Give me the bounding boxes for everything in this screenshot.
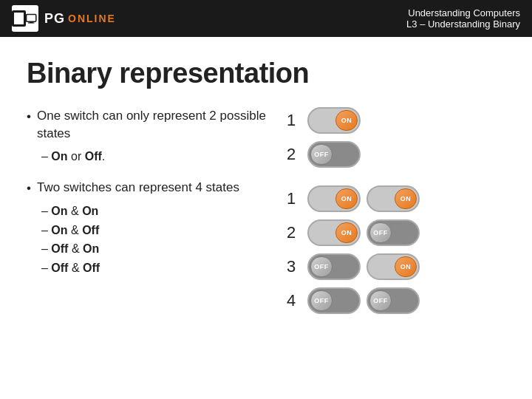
header-title-area: Understanding Computers L3 – Understandi… xyxy=(406,7,520,30)
row-number: 1 xyxy=(284,189,299,208)
toggle-knob: ON xyxy=(395,188,417,209)
bullet-content-2: Two switches can represent 4 states xyxy=(37,179,239,197)
toggle-switch-on: ON xyxy=(307,219,361,246)
switches-group: OFFON xyxy=(307,253,420,280)
row-number: 4 xyxy=(284,291,299,310)
toggle-knob: OFF xyxy=(369,290,392,311)
toggle-knob: ON xyxy=(335,188,358,209)
toggle-switch-off: OFF xyxy=(307,141,361,168)
header-title-main: Understanding Computers xyxy=(406,7,520,18)
double-row: 3OFFON xyxy=(284,253,505,280)
bullet-item-2: • Two switches can represent 4 states – … xyxy=(27,179,269,277)
bullet-item-1: • One switch can only represent 2 possib… xyxy=(27,107,269,166)
svg-rect-0 xyxy=(27,15,36,22)
toggle-switch-on: ON xyxy=(307,185,361,212)
bullet-dot-1: • xyxy=(27,108,31,143)
row-number: 1 xyxy=(284,111,299,130)
toggle-knob: OFF xyxy=(310,290,332,311)
left-panel: • One switch can only represent 2 possib… xyxy=(27,107,284,321)
bullet-content-1: One switch can only represent 2 possible… xyxy=(37,107,269,143)
double-row: 1ONON xyxy=(284,185,505,212)
header-title-sub: L3 – Understanding Binary xyxy=(406,18,520,30)
right-panel: 1ON2OFF 1ONON2ONOFF3OFFON4OFFOFF xyxy=(284,107,505,321)
toggle-switch-off: OFF xyxy=(366,219,420,246)
sub-item-on-on: – On & On xyxy=(41,202,269,221)
content-grid: • One switch can only represent 2 possib… xyxy=(27,107,505,321)
toggle-switch-on: ON xyxy=(366,185,420,212)
main-content: Binary representation • One switch can o… xyxy=(0,37,532,336)
row-number: 2 xyxy=(284,145,299,164)
toggle-knob: OFF xyxy=(310,144,332,165)
sub-item-off-on: – Off & On xyxy=(41,239,269,259)
logo-icon xyxy=(12,5,38,32)
toggle-switch-off: OFF xyxy=(307,287,361,314)
sub-list-2: – On & On – On & Off – Off & On – Off & … xyxy=(41,202,269,277)
page-title: Binary representation xyxy=(27,58,505,89)
row-number: 2 xyxy=(284,223,299,242)
sub-list-1: – On or Off. xyxy=(41,147,269,166)
bullet-text-2: • Two switches can represent 4 states xyxy=(27,179,269,197)
single-row: 2OFF xyxy=(284,141,505,168)
sub-item-off-off: – Off & Off xyxy=(41,259,269,278)
switches-group: OFFOFF xyxy=(307,287,420,314)
bullet-text-1: • One switch can only represent 2 possib… xyxy=(27,107,269,143)
sub-item-on-off: – On or Off. xyxy=(41,147,269,166)
row-number: 3 xyxy=(284,257,299,276)
header: PG ONLINE Understanding Computers L3 – U… xyxy=(0,0,532,37)
double-row: 4OFFOFF xyxy=(284,287,505,314)
toggle-knob: ON xyxy=(335,222,358,243)
toggle-switch-on: ON xyxy=(366,253,420,280)
single-row: 1ON xyxy=(284,107,505,134)
logo-text: PG ONLINE xyxy=(44,11,116,27)
switches-group: ONON xyxy=(307,185,420,212)
switches-group: ON xyxy=(307,107,361,134)
toggle-knob: OFF xyxy=(310,256,332,277)
toggle-knob: ON xyxy=(395,256,417,277)
logo-area: PG ONLINE xyxy=(12,5,116,32)
switches-group: ONOFF xyxy=(307,219,420,246)
bullet-dot-2: • xyxy=(27,180,31,197)
toggle-switch-off: OFF xyxy=(307,253,361,280)
toggle-knob: OFF xyxy=(369,222,392,243)
double-row: 2ONOFF xyxy=(284,219,505,246)
toggle-switch-off: OFF xyxy=(366,287,420,314)
switches-group: OFF xyxy=(307,141,361,168)
single-switch-section: 1ON2OFF xyxy=(284,107,505,175)
logo-online: ONLINE xyxy=(68,13,116,24)
sub-item-on-off2: – On & Off xyxy=(41,221,269,240)
logo-pg: PG xyxy=(44,11,65,27)
double-switch-section: 1ONON2ONOFF3OFFON4OFFOFF xyxy=(284,185,505,321)
svg-rect-2 xyxy=(28,22,34,23)
toggle-knob: ON xyxy=(335,110,358,131)
toggle-switch-on: ON xyxy=(307,107,361,134)
